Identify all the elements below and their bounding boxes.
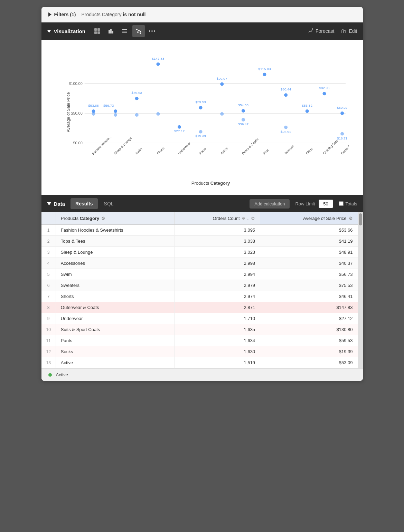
svg-text:$16.71: $16.71: [337, 136, 347, 140]
main-container: Filters (1) Products Category is not nul…: [41, 7, 363, 381]
col-header-category[interactable]: Products Category ⚙: [56, 212, 174, 225]
chart-area: $0.00 $50.00 $100.00 $53.66 Fashion Hood…: [41, 40, 363, 195]
tab-sql[interactable]: SQL: [99, 198, 119, 209]
table-row: 1Fashion Hoodies & Sweatshirts3,095$53.6…: [41, 225, 358, 236]
bar-chart-btn[interactable]: [105, 25, 117, 37]
col-header-avg-price[interactable]: Average of Sale Price ⚙: [260, 212, 358, 225]
svg-text:Skirts: Skirts: [305, 147, 313, 155]
status-bar: Active: [41, 368, 363, 381]
svg-text:$26.91: $26.91: [280, 130, 291, 134]
table-view-btn[interactable]: [91, 25, 103, 37]
cell-orders-count: 3,023: [175, 247, 260, 258]
cell-category: Shorts: [56, 291, 174, 302]
more-options-btn[interactable]: •••: [146, 25, 159, 37]
svg-text:Plus: Plus: [262, 148, 270, 155]
filters-condition: Products Category is not null: [82, 12, 146, 17]
cell-row-num: 10: [41, 324, 56, 335]
svg-text:$99.07: $99.07: [217, 77, 227, 80]
svg-text:Shorts: Shorts: [156, 146, 165, 155]
cell-category: Socks: [56, 346, 174, 357]
cell-row-num: 5: [41, 269, 56, 280]
cell-row-num: 13: [41, 357, 56, 368]
cell-category: Sweaters: [56, 280, 174, 291]
cell-category: Active: [56, 357, 174, 368]
col-category-label: Products Category: [61, 216, 99, 221]
cell-orders-count: 2,979: [175, 280, 260, 291]
category-gear-icon[interactable]: ⚙: [101, 216, 105, 221]
chart-wrapper: $0.00 $50.00 $100.00 $53.66 Fashion Hood…: [45, 47, 353, 192]
scrollbar-thumb[interactable]: [359, 213, 362, 225]
cell-orders-count: 3,095: [175, 225, 260, 236]
avg-gear-icon[interactable]: ⚙: [349, 216, 353, 221]
svg-point-67: [284, 126, 288, 129]
svg-point-53: [220, 83, 224, 86]
add-calculation-btn[interactable]: Add calculation: [250, 199, 290, 209]
svg-point-57: [241, 109, 245, 113]
table-row: 7Shorts2,974$46.41: [41, 291, 358, 302]
scatter-btn[interactable]: [132, 25, 145, 37]
svg-rect-3: [97, 31, 100, 34]
forecast-btn[interactable]: Forecast: [308, 28, 334, 34]
cell-orders-count: 1,634: [175, 335, 260, 346]
table-main: Products Category ⚙ Orders Count ⊘ ↓ ⚙: [41, 212, 358, 368]
table-row: 8Outerwear & Coats2,871$147.83: [41, 302, 358, 313]
filter-icon[interactable]: ⊘: [242, 216, 245, 221]
table-row: 6Sweaters2,979$75.53: [41, 280, 358, 291]
cell-row-num: 8: [41, 302, 56, 313]
filters-toggle[interactable]: Filters (1): [48, 12, 76, 17]
col-header-orders[interactable]: Orders Count ⊘ ↓ ⚙: [175, 212, 260, 225]
svg-point-35: [114, 113, 117, 117]
cell-orders-count: 2,974: [175, 291, 260, 302]
edit-btn[interactable]: Edit: [341, 28, 357, 34]
sort-desc-icon[interactable]: ↓: [247, 216, 249, 221]
svg-point-76: [340, 112, 344, 115]
svg-text:Pants: Pants: [198, 147, 207, 155]
svg-text:$54.53: $54.53: [238, 103, 248, 107]
list-view-btn[interactable]: [119, 25, 131, 37]
viz-toggle[interactable]: Visualization: [47, 28, 85, 34]
cell-row-num: 12: [41, 346, 56, 357]
cell-orders-count: 2,994: [175, 269, 260, 280]
table-row: 12Socks1,630$19.39: [41, 346, 358, 357]
cell-orders-count: 1,635: [175, 324, 260, 335]
tab-results[interactable]: Results: [71, 198, 98, 209]
cell-avg-price: $46.41: [260, 291, 358, 302]
svg-point-13: [140, 31, 141, 32]
viz-bar: Visualization: [41, 22, 363, 40]
cell-row-num: 6: [41, 280, 56, 291]
totals-text: Totals: [346, 201, 357, 206]
orders-gear-icon[interactable]: ⚙: [251, 216, 255, 221]
table-header-row: Products Category ⚙ Orders Count ⊘ ↓ ⚙: [41, 212, 358, 225]
cell-orders-count: 2,998: [175, 258, 260, 269]
cell-avg-price: $41.19: [260, 236, 358, 247]
svg-point-78: [340, 132, 344, 136]
svg-point-55: [220, 112, 224, 116]
status-dot: [48, 373, 52, 377]
scrollbar-right[interactable]: [358, 212, 363, 368]
svg-rect-8: [122, 31, 127, 31]
cell-avg-price: $53.09: [260, 357, 358, 368]
filters-expand-icon: [48, 12, 51, 17]
totals-checkbox[interactable]: [339, 201, 344, 206]
svg-point-33: [114, 109, 117, 113]
svg-text:Underwear: Underwear: [177, 141, 191, 155]
cell-category: Fashion Hoodies & Sweatshirts: [56, 225, 174, 236]
svg-rect-0: [94, 28, 97, 31]
data-bar: Data Results SQL Add calculation Row Lim…: [41, 195, 363, 212]
cell-category: Underwear: [56, 313, 174, 324]
svg-rect-1: [97, 28, 100, 31]
svg-text:Clothing Sets: Clothing Sets: [322, 139, 339, 155]
cell-row-num: 4: [41, 258, 56, 269]
svg-rect-5: [110, 29, 112, 33]
data-toggle[interactable]: Data: [47, 201, 65, 207]
cell-orders-count: 3,038: [175, 236, 260, 247]
table-outer: Products Category ⚙ Orders Count ⊘ ↓ ⚙: [41, 212, 363, 368]
svg-rect-4: [109, 30, 110, 33]
row-limit-label: Row Limit: [295, 201, 315, 206]
table-row: 13Active1,519$53.09: [41, 357, 358, 368]
filters-bar: Filters (1) Products Category is not nul…: [41, 7, 363, 22]
svg-text:$75.53: $75.53: [131, 91, 142, 95]
filters-label: Filters (1): [54, 12, 76, 17]
row-limit-input[interactable]: [319, 200, 333, 208]
svg-text:$19.39: $19.39: [195, 134, 206, 138]
